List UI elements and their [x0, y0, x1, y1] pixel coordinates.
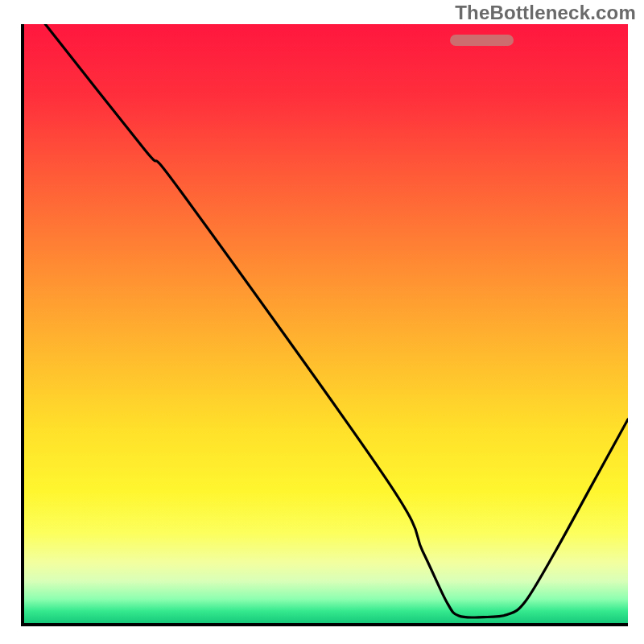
- chart-frame: TheBottleneck.com: [0, 0, 644, 644]
- watermark-text: TheBottleneck.com: [455, 2, 636, 24]
- bottleneck-curve: [24, 24, 628, 623]
- plot-area: [21, 24, 628, 626]
